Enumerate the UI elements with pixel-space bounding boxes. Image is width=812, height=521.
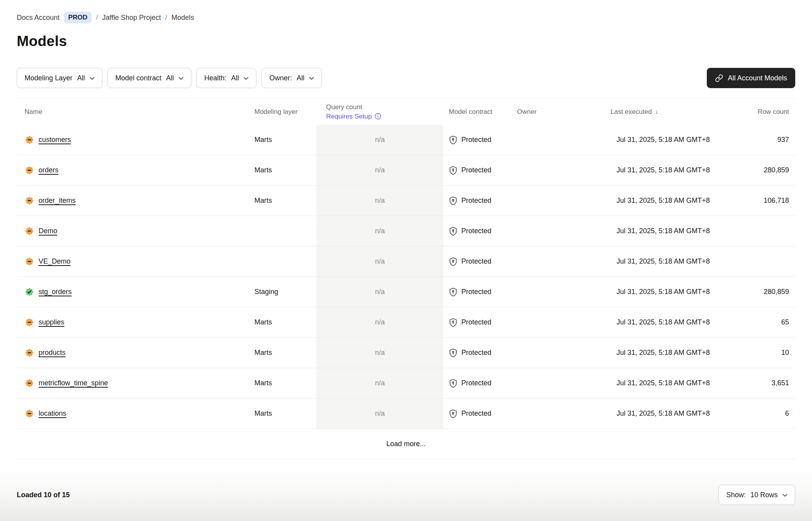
model-contract-cell: Protected <box>443 166 515 175</box>
breadcrumb: Docs Account PROD / Jaffle Shop Project … <box>17 0 795 23</box>
model-contract-cell: Protected <box>443 409 515 418</box>
last-executed-cell: Jul 31, 2025, 5:18 AM GMT+8 <box>578 349 748 357</box>
row-count-cell: 3,651 <box>748 379 795 387</box>
table-row: stg_orders Staging n/a Protected Jul 31,… <box>17 277 795 307</box>
modeling-layer-cell: Marts <box>251 379 316 387</box>
health-badge-warning-icon <box>25 136 34 144</box>
column-header-query-count: Query count Requires Setup <box>316 103 443 121</box>
table-row: orders Marts n/a Protected Jul 31, 2025,… <box>17 155 795 186</box>
last-executed-cell: Jul 31, 2025, 5:18 AM GMT+8 <box>578 197 748 205</box>
model-contract-cell: Protected <box>443 379 515 388</box>
chevron-down-icon <box>178 77 184 80</box>
sort-descending-icon: ↓ <box>655 108 658 116</box>
last-executed-cell: Jul 31, 2025, 5:18 AM GMT+8 <box>578 409 748 418</box>
model-contract-label: Protected <box>461 318 491 326</box>
shield-lock-icon <box>449 257 457 266</box>
query-count-cell: n/a <box>316 186 443 216</box>
chevron-down-icon <box>309 77 314 80</box>
footer: Loaded 10 of 15 Show: 10 Rows <box>0 469 812 521</box>
show-rows-dropdown[interactable]: Show: 10 Rows <box>718 485 795 505</box>
modeling-layer-cell: Marts <box>251 318 316 326</box>
show-value: 10 Rows <box>750 491 778 499</box>
filter-label: Owner: <box>269 74 292 82</box>
model-name-link[interactable]: VE_Demo <box>39 257 71 266</box>
breadcrumb-separator: / <box>96 14 98 22</box>
table-row: VE_Demo n/a Protected Jul 31, 2025, 5:18… <box>17 246 795 277</box>
last-executed-cell: Jul 31, 2025, 5:18 AM GMT+8 <box>578 166 748 174</box>
health-badge-warning-icon <box>25 257 34 266</box>
column-header-last-executed[interactable]: Last executed ↓ <box>578 108 748 116</box>
modeling-layer-cell: Marts <box>251 166 316 174</box>
model-name-link[interactable]: customers <box>39 136 71 144</box>
model-name-link[interactable]: products <box>39 349 65 357</box>
load-more-button[interactable]: Load more... <box>386 440 425 448</box>
column-header-model-contract: Model contract <box>443 108 515 116</box>
model-name-link[interactable]: stg_orders <box>39 288 72 296</box>
last-executed-cell: Jul 31, 2025, 5:18 AM GMT+8 <box>578 136 748 144</box>
name-cell: supplies <box>17 307 251 337</box>
model-name-link[interactable]: supplies <box>39 318 64 326</box>
chevron-down-icon <box>244 77 249 80</box>
requires-setup-link[interactable]: Requires Setup <box>326 112 443 121</box>
link-icon <box>715 74 723 82</box>
model-contract-label: Protected <box>461 349 491 357</box>
health-badge-warning-icon <box>25 166 34 174</box>
modeling-layer-filter[interactable]: Modeling Layer All <box>17 68 102 88</box>
model-contract-cell: Protected <box>443 287 515 297</box>
name-cell: order_items <box>17 186 251 216</box>
shield-lock-icon <box>449 227 457 236</box>
filter-value: All <box>166 74 174 82</box>
name-cell: VE_Demo <box>17 246 251 276</box>
model-contract-filter[interactable]: Model contract All <box>108 68 191 88</box>
row-count-cell: 6 <box>748 409 795 418</box>
health-badge-warning-icon <box>25 349 34 357</box>
breadcrumb-account-link[interactable]: Docs Account <box>17 14 60 22</box>
model-name-link[interactable]: Demo <box>39 227 57 235</box>
model-contract-cell: Protected <box>443 318 515 327</box>
query-count-cell: n/a <box>316 338 443 368</box>
info-icon[interactable] <box>374 113 381 120</box>
table-row: customers Marts n/a Protected Jul 31, 20… <box>17 125 795 155</box>
breadcrumb-separator: / <box>165 14 167 22</box>
model-name-link[interactable]: locations <box>39 409 66 418</box>
name-cell: locations <box>17 399 251 429</box>
row-count-cell: 10 <box>748 349 795 357</box>
query-count-cell: n/a <box>316 368 443 398</box>
model-contract-cell: Protected <box>443 196 515 206</box>
model-contract-label: Protected <box>461 379 491 387</box>
all-account-models-label: All Account Models <box>728 74 787 82</box>
query-count-cell: n/a <box>316 307 443 337</box>
environment-badge: PROD <box>64 12 92 23</box>
all-account-models-button[interactable]: All Account Models <box>707 68 795 88</box>
shield-lock-icon <box>449 166 457 175</box>
last-executed-cell: Jul 31, 2025, 5:18 AM GMT+8 <box>578 379 748 387</box>
shield-lock-icon <box>449 348 457 358</box>
modeling-layer-cell: Marts <box>251 136 316 144</box>
model-name-link[interactable]: order_items <box>39 197 76 205</box>
name-cell: Demo <box>17 216 251 246</box>
table-row: order_items Marts n/a Protected Jul 31, … <box>17 186 795 216</box>
model-name-link[interactable]: metricflow_time_spine <box>39 379 108 387</box>
last-executed-cell: Jul 31, 2025, 5:18 AM GMT+8 <box>578 227 748 235</box>
breadcrumb-project-link[interactable]: Jaffle Shop Project <box>102 14 161 22</box>
filter-bar: Modeling Layer All Model contract All He… <box>17 68 322 88</box>
last-executed-cell: Jul 31, 2025, 5:18 AM GMT+8 <box>578 257 748 266</box>
row-count-cell: 65 <box>748 318 795 326</box>
modeling-layer-cell: Staging <box>251 288 316 296</box>
health-badge-warning-icon <box>25 197 34 205</box>
row-count-cell: 280,859 <box>748 288 795 296</box>
modeling-layer-cell: Marts <box>251 349 316 357</box>
owner-filter[interactable]: Owner: All <box>261 68 322 88</box>
model-name-link[interactable]: orders <box>39 166 58 174</box>
filter-value: All <box>231 74 239 82</box>
last-executed-cell: Jul 31, 2025, 5:18 AM GMT+8 <box>578 288 748 296</box>
model-contract-label: Protected <box>461 257 491 266</box>
filter-label: Model contract <box>115 74 161 82</box>
health-filter[interactable]: Health: All <box>196 68 256 88</box>
query-count-cell: n/a <box>316 246 443 276</box>
model-contract-label: Protected <box>461 166 491 174</box>
column-header-owner: Owner <box>515 108 578 116</box>
loaded-status: Loaded 10 of 15 <box>17 491 70 499</box>
name-cell: orders <box>17 155 251 185</box>
models-page: Docs Account PROD / Jaffle Shop Project … <box>0 0 812 459</box>
